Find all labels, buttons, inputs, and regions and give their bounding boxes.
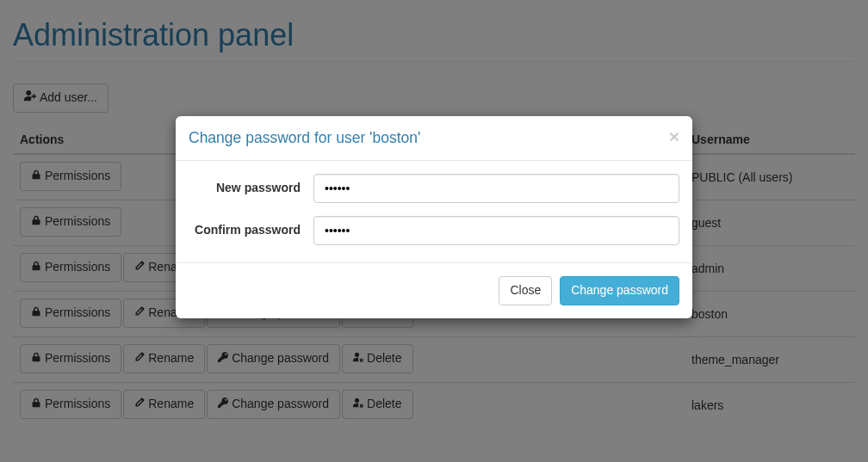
modal-title: Change password for user 'boston' — [189, 129, 679, 147]
change-password-modal: Change password for user 'boston' × New … — [176, 116, 692, 318]
close-icon[interactable]: × — [669, 127, 679, 145]
new-password-label: New password — [189, 174, 313, 197]
close-button[interactable]: Close — [499, 276, 552, 305]
confirm-password-label: Confirm password — [189, 216, 313, 239]
confirm-password-input[interactable] — [313, 216, 679, 245]
new-password-input[interactable] — [313, 174, 679, 203]
change-password-submit-button[interactable]: Change password — [560, 276, 679, 305]
